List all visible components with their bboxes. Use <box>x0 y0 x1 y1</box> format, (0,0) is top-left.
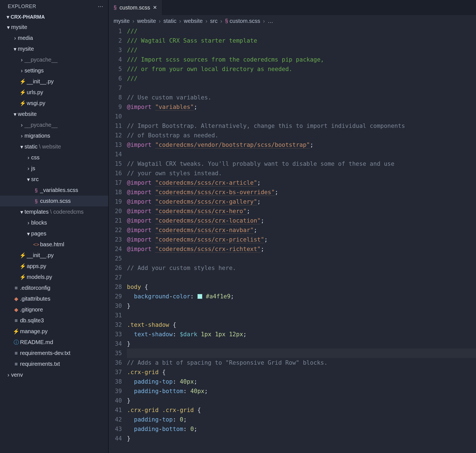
tree-label: .editorconfig <box>20 285 50 291</box>
breadcrumb-separator: › <box>133 18 134 24</box>
file-row[interactable]: ⚡manage.py <box>0 326 108 337</box>
folder-row[interactable]: ›__pycache__ <box>0 120 108 130</box>
editor-area: § custom.scss ✕ mysite › website › stati… <box>109 0 476 453</box>
chevron-down-icon: ▾ <box>19 143 24 150</box>
py-icon: ⚡ <box>12 328 20 335</box>
chevron-right-icon: › <box>19 122 24 128</box>
folder-row[interactable]: ›migrations <box>0 130 108 141</box>
explorer-more-icon[interactable]: ··· <box>98 3 103 10</box>
folder-row[interactable]: ›venv <box>0 369 108 380</box>
breadcrumb-item[interactable]: … <box>268 18 273 24</box>
tree-label: .gitignore <box>20 306 43 313</box>
breadcrumb-separator: › <box>263 18 265 24</box>
close-icon[interactable]: ✕ <box>153 4 157 11</box>
file-row[interactable]: ⚡urls.py <box>0 87 108 98</box>
file-row[interactable]: §_variables.scss <box>0 185 108 196</box>
folder-row[interactable]: ›media <box>0 33 108 43</box>
chevron-right-icon: › <box>26 220 31 226</box>
chevron-right-icon: › <box>26 154 31 161</box>
folder-row[interactable]: ▾pages <box>0 228 108 239</box>
file-row[interactable]: §custom.scss <box>0 196 108 206</box>
code-content[interactable]: ////// Wagtail CRX Sass starter template… <box>127 26 476 453</box>
gen-icon: ≡ <box>12 285 20 291</box>
chevron-right-icon: › <box>19 67 24 74</box>
explorer-title: EXPLORER <box>8 4 36 9</box>
breadcrumb-item[interactable]: static <box>163 18 176 24</box>
tab-custom-scss[interactable]: § custom.scss ✕ <box>109 0 162 15</box>
file-row[interactable]: ⚡apps.py <box>0 261 108 272</box>
breadcrumb-item[interactable]: mysite <box>114 18 130 24</box>
file-row[interactable]: <>base.html <box>0 239 108 250</box>
tab-bar: § custom.scss ✕ <box>109 0 476 15</box>
folder-row[interactable]: ›blocks <box>0 217 108 228</box>
tree-label: manage.py <box>20 328 48 335</box>
chevron-right-icon: › <box>19 57 24 63</box>
tree-label: __init__.py <box>27 78 54 85</box>
sass-icon: § <box>32 187 40 193</box>
py-icon: ⚡ <box>19 100 27 106</box>
line-gutter: 1234567891011121314151617181920212223242… <box>109 26 127 453</box>
breadcrumb-item[interactable]: website <box>137 18 156 24</box>
tree-label: _variables.scss <box>40 187 78 193</box>
file-row[interactable]: ⚡models.py <box>0 272 108 282</box>
tree-label: media <box>18 35 33 41</box>
chevron-right-icon: › <box>26 165 31 172</box>
project-root[interactable]: ▾ CRX-PHARMA <box>0 12 108 22</box>
folder-row[interactable]: ▾static \ website <box>0 141 108 152</box>
folder-row[interactable]: ›js <box>0 163 108 174</box>
chevron-right-icon: › <box>19 133 24 139</box>
tree-label: mysite <box>11 24 27 30</box>
breadcrumb[interactable]: mysite › website › static › website › sr… <box>109 15 476 26</box>
folder-row[interactable]: ▾templates \ coderedcms <box>0 206 108 217</box>
file-row[interactable]: ≡requirements.txt <box>0 359 108 369</box>
tree-label: models.py <box>27 274 52 280</box>
breadcrumb-item[interactable]: src <box>210 18 218 24</box>
folder-row[interactable]: ›css <box>0 152 108 163</box>
tree-label: db.sqlite3 <box>20 317 44 324</box>
chevron-down-icon: ▾ <box>12 46 18 52</box>
tree-label: website <box>18 111 37 117</box>
chevron-down-icon: ▾ <box>19 209 24 215</box>
file-row[interactable]: ◆.gitignore <box>0 304 108 315</box>
file-row[interactable]: ≡.editorconfig <box>0 282 108 293</box>
file-row[interactable]: ◆.gitattributes <box>0 293 108 304</box>
tree-label: README.md <box>20 339 53 345</box>
chevron-right-icon: › <box>6 372 11 378</box>
file-row[interactable]: ⚡__init__.py <box>0 250 108 261</box>
folder-row[interactable]: ›__pycache__ <box>0 54 108 65</box>
py-icon: ⚡ <box>19 252 27 259</box>
py-icon: ⚡ <box>19 89 27 96</box>
folder-row[interactable]: ▾mysite <box>0 22 108 33</box>
tree-label: src <box>31 176 39 182</box>
breadcrumb-separator: › <box>220 18 222 24</box>
file-row[interactable]: ⓘREADME.md <box>0 337 108 348</box>
code-editor[interactable]: 1234567891011121314151617181920212223242… <box>109 26 476 453</box>
breadcrumb-separator: › <box>159 18 161 24</box>
tree-label: migrations <box>24 133 50 139</box>
breadcrumb-separator: › <box>205 18 207 24</box>
file-row[interactable]: ⚡wsgi.py <box>0 98 108 109</box>
folder-row[interactable]: ▾src <box>0 174 108 185</box>
breadcrumb-item[interactable]: website <box>184 18 203 24</box>
tree-label: venv <box>11 372 23 378</box>
folder-row[interactable]: ▾website <box>0 109 108 120</box>
tree-label: .gitattributes <box>20 296 50 302</box>
file-row[interactable]: ⚡__init__.py <box>0 76 108 87</box>
tab-label: custom.scss <box>119 4 150 11</box>
db-icon: ≡ <box>12 318 20 324</box>
chevron-down-icon: ▾ <box>12 111 18 118</box>
file-row[interactable]: ≡db.sqlite3 <box>0 315 108 326</box>
sass-icon: § <box>114 4 117 11</box>
project-name: CRX-PHARMA <box>11 14 45 20</box>
breadcrumb-item[interactable]: § custom.scss <box>225 18 260 24</box>
file-row[interactable]: ≡requirements-dev.txt <box>0 348 108 359</box>
folder-row[interactable]: ▾mysite <box>0 43 108 54</box>
gen-icon: ≡ <box>12 361 20 367</box>
folder-row[interactable]: ›settings <box>0 65 108 76</box>
explorer-header: EXPLORER ··· <box>0 0 108 12</box>
tree-label: wsgi.py <box>27 100 45 106</box>
git-icon: ◆ <box>12 306 20 313</box>
html-icon: <> <box>32 242 40 248</box>
tree-label: base.html <box>40 241 64 248</box>
file-tree[interactable]: ▾mysite›media▾mysite›__pycache__›setting… <box>0 22 108 453</box>
